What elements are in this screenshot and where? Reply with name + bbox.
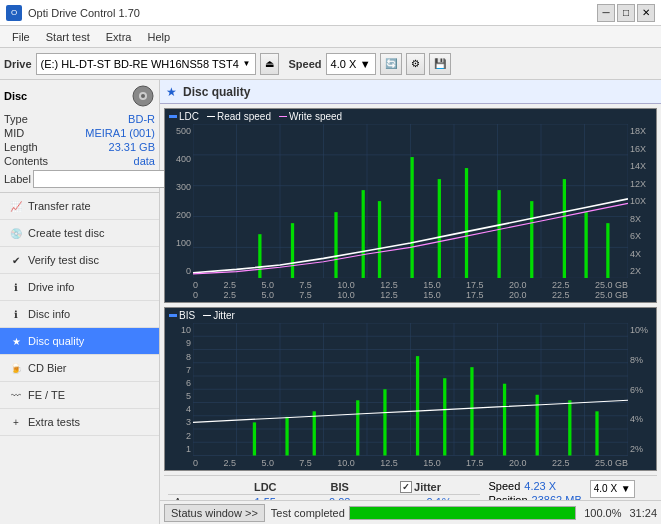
sidebar-item-verify-test-disc[interactable]: ✔ Verify test disc — [0, 247, 159, 274]
nav-label-verify-test-disc: Verify test disc — [28, 254, 99, 266]
write-speed-dot — [279, 116, 287, 117]
menu-start-test[interactable]: Start test — [38, 29, 98, 45]
disc-section: Disc Type BD-R MID MEIRA1 (001) Length — [0, 80, 159, 193]
col-label — [168, 480, 226, 495]
top-chart-legend: LDC Read speed Write speed — [165, 109, 656, 124]
read-speed-label: Read speed — [217, 111, 271, 122]
menu-extra[interactable]: Extra — [98, 29, 140, 45]
bottom-x-label-row: 0 2.5 5.0 7.5 10.0 12.5 15.0 17.5 20.0 2… — [165, 456, 656, 470]
create-test-disc-icon: 💿 — [8, 225, 24, 241]
drive-selector[interactable]: (E:) HL-DT-ST BD-RE WH16NS58 TST4 ▼ — [36, 53, 256, 75]
type-label: Type — [4, 113, 28, 125]
disc-quality-icon: ★ — [8, 333, 24, 349]
write-speed-label: Write speed — [289, 111, 342, 122]
content-title: Disc quality — [183, 85, 250, 99]
bottom-y-axis-left: 10 9 8 7 6 5 4 3 2 1 — [165, 323, 193, 456]
jitter-checkbox[interactable]: ✓ — [400, 481, 412, 493]
content-area: ★ Disc quality LDC Read speed — [160, 80, 661, 524]
disc-label-input[interactable] — [33, 170, 166, 188]
svg-rect-23 — [362, 190, 365, 278]
speed-selector[interactable]: 4.0 X ▼ — [326, 53, 376, 75]
minimize-button[interactable]: ─ — [597, 4, 615, 22]
disc-contents-row: Contents data — [4, 154, 155, 168]
titlebar: O Opti Drive Control 1.70 ─ □ ✕ — [0, 0, 661, 26]
refresh-button[interactable]: 🔄 — [380, 53, 402, 75]
drive-info-icon: ℹ — [8, 279, 24, 295]
menubar: File Start test Extra Help — [0, 26, 661, 48]
bottom-chart-svg-container — [193, 323, 628, 456]
disc-title: Disc — [4, 90, 27, 102]
speed-select-arrow: ▼ — [621, 483, 631, 494]
svg-rect-32 — [606, 223, 609, 278]
svg-rect-21 — [291, 223, 294, 278]
read-speed-dot — [207, 116, 215, 117]
contents-label: Contents — [4, 155, 48, 167]
sidebar-item-transfer-rate[interactable]: 📈 Transfer rate — [0, 193, 159, 220]
fe-te-icon: 〰 — [8, 387, 24, 403]
length-label: Length — [4, 141, 38, 153]
svg-rect-31 — [585, 212, 588, 278]
svg-rect-59 — [383, 390, 386, 456]
svg-rect-57 — [313, 412, 316, 456]
speed-label: Speed — [289, 58, 322, 70]
disc-mid-row: MID MEIRA1 (001) — [4, 126, 155, 140]
legend-write-speed: Write speed — [279, 111, 342, 122]
mid-value: MEIRA1 (001) — [85, 127, 155, 139]
content-icon: ★ — [166, 85, 177, 99]
svg-rect-60 — [416, 356, 419, 455]
col-ldc: LDC — [226, 480, 306, 495]
svg-rect-56 — [285, 417, 288, 456]
bis-label: BIS — [179, 310, 195, 321]
settings-button[interactable]: ⚙ — [406, 53, 425, 75]
nav-label-create-test-disc: Create test disc — [28, 227, 104, 239]
sidebar-item-extra-tests[interactable]: + Extra tests — [0, 409, 159, 436]
menu-help[interactable]: Help — [139, 29, 178, 45]
window-controls[interactable]: ─ □ ✕ — [597, 4, 655, 22]
svg-rect-20 — [258, 234, 261, 278]
svg-rect-58 — [356, 401, 359, 456]
disc-label-label: Label — [4, 173, 31, 185]
legend-jitter: Jitter — [203, 310, 235, 321]
sidebar-item-disc-quality[interactable]: ★ Disc quality — [0, 328, 159, 355]
bottom-chart: BIS Jitter 10 9 8 7 6 5 — [164, 307, 657, 471]
bottom-chart-body: 10 9 8 7 6 5 4 3 2 1 — [165, 323, 656, 456]
nav-label-fe-te: FE / TE — [28, 389, 65, 401]
nav-label-extra-tests: Extra tests — [28, 416, 80, 428]
svg-rect-25 — [411, 157, 414, 278]
menu-file[interactable]: File — [4, 29, 38, 45]
top-chart-svg-container: 0 2.5 5.0 7.5 10.0 12.5 15.0 17.5 20.0 2… — [193, 124, 628, 278]
svg-rect-64 — [536, 395, 539, 456]
drive-label: Drive — [4, 58, 32, 70]
speed-select-combo[interactable]: 4.0 X ▼ — [590, 480, 635, 498]
cd-bier-icon: 🍺 — [8, 360, 24, 376]
maximize-button[interactable]: □ — [617, 4, 635, 22]
top-chart-svg — [193, 124, 628, 278]
status-time: 31:24 — [629, 507, 657, 519]
top-chart-body: 500 400 300 200 100 0 — [165, 124, 656, 278]
contents-value: data — [134, 155, 155, 167]
disc-type-row: Type BD-R — [4, 112, 155, 126]
svg-rect-66 — [595, 412, 598, 456]
bottom-chart-legend: BIS Jitter — [165, 308, 656, 323]
close-button[interactable]: ✕ — [637, 4, 655, 22]
top-y-axis-right: 18X 16X 14X 12X 10X 8X 6X 4X 2X — [628, 124, 656, 278]
drive-dropdown-arrow: ▼ — [243, 59, 251, 68]
status-text: Test completed — [271, 507, 345, 519]
type-value: BD-R — [128, 113, 155, 125]
save-button[interactable]: 💾 — [429, 53, 451, 75]
status-window-nav[interactable]: Status window >> — [164, 504, 265, 522]
svg-rect-22 — [334, 212, 337, 278]
stats-table: LDC BIS ✓ Jitter Avg — [168, 480, 480, 500]
sidebar-item-cd-bier[interactable]: 🍺 CD Bier — [0, 355, 159, 382]
sidebar-item-disc-info[interactable]: ℹ Disc info — [0, 301, 159, 328]
sidebar-item-create-test-disc[interactable]: 💿 Create test disc — [0, 220, 159, 247]
nav-label-transfer-rate: Transfer rate — [28, 200, 91, 212]
eject-button[interactable]: ⏏ — [260, 53, 279, 75]
titlebar-left: O Opti Drive Control 1.70 — [6, 5, 140, 21]
svg-rect-30 — [563, 179, 566, 278]
jitter-dot — [203, 315, 211, 316]
svg-rect-63 — [503, 384, 506, 456]
disc-icon — [131, 84, 155, 108]
sidebar-item-fe-te[interactable]: 〰 FE / TE — [0, 382, 159, 409]
sidebar-item-drive-info[interactable]: ℹ Drive info — [0, 274, 159, 301]
